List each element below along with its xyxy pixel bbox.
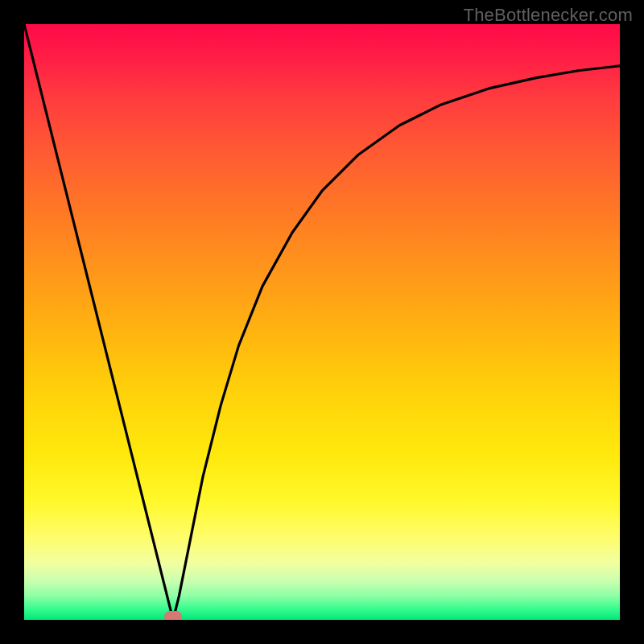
curve-path [24, 24, 620, 620]
minimum-marker [164, 611, 182, 620]
chart-frame: TheBottlenecker.com [0, 0, 644, 644]
bottleneck-curve [24, 24, 620, 620]
plot-area [24, 24, 620, 620]
watermark-text: TheBottlenecker.com [464, 5, 633, 26]
